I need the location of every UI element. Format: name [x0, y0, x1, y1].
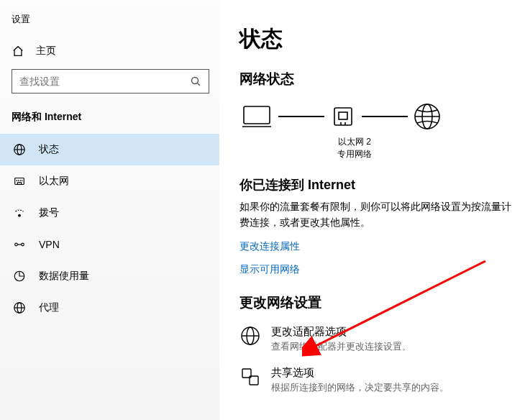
nav-item-proxy[interactable]: 代理	[0, 292, 219, 324]
nav-item-vpn[interactable]: VPN	[0, 229, 219, 260]
nav-item-data-usage[interactable]: 数据使用量	[0, 260, 219, 292]
vpn-icon	[13, 238, 26, 251]
dialup-icon	[13, 206, 26, 219]
sidebar: 设置 主页 网络和 Internet 状态 以	[0, 0, 219, 420]
search-input[interactable]	[19, 76, 190, 87]
svg-point-6	[15, 243, 18, 246]
svg-point-7	[22, 243, 24, 246]
svg-rect-4	[17, 183, 21, 185]
option-desc: 查看网络适配器并更改连接设置。	[271, 340, 411, 353]
diagram-label-1: 以太网 2	[239, 136, 470, 148]
nav-label: 以太网	[39, 175, 69, 188]
globe-icon	[412, 101, 442, 132]
connected-title: 你已连接到 Internet	[239, 176, 519, 193]
network-status-title: 网络状态	[239, 70, 519, 88]
sharing-icon	[239, 366, 261, 388]
ethernet-icon	[13, 175, 26, 188]
home-label: 主页	[36, 45, 56, 58]
section-title: 网络和 Internet	[0, 106, 219, 134]
change-settings-title: 更改网络设置	[239, 293, 519, 312]
diagram-label-2: 专用网络	[239, 148, 470, 160]
search-box[interactable]	[12, 69, 209, 93]
svg-point-5	[19, 214, 21, 216]
connected-desc: 如果你的流量套餐有限制，则你可以将此网络设置为按流量计费连接，或者更改其他属性。	[239, 199, 513, 230]
nav-label: 数据使用量	[39, 270, 89, 283]
adapter-icon	[239, 325, 261, 347]
nav-item-dialup[interactable]: 拨号	[0, 197, 219, 229]
svg-rect-11	[244, 106, 270, 124]
nav-label: 代理	[39, 301, 59, 314]
option-title: 更改适配器选项	[271, 325, 411, 339]
svg-rect-13	[339, 112, 347, 119]
nav-item-ethernet[interactable]: 以太网	[0, 165, 219, 197]
svg-point-0	[192, 78, 198, 84]
option-title: 共享选项	[271, 366, 449, 380]
search-icon	[190, 76, 201, 87]
diagram-labels: 以太网 2 专用网络	[239, 136, 470, 160]
main-content: 状态 网络状态 以太网 2 专用网络 你已连接到 Internet 如果你的流量…	[219, 0, 525, 420]
svg-rect-12	[334, 108, 352, 125]
nav-item-status[interactable]: 状态	[0, 134, 219, 165]
home-icon	[12, 45, 24, 58]
data-usage-icon	[13, 270, 26, 283]
nav-label: VPN	[39, 239, 60, 250]
status-icon	[13, 143, 26, 156]
proxy-icon	[13, 301, 26, 314]
nav-label: 拨号	[39, 206, 59, 219]
home-button[interactable]: 主页	[0, 37, 219, 65]
page-title: 状态	[239, 24, 519, 54]
ethernet-port-icon	[329, 102, 357, 131]
option-sharing[interactable]: 共享选项 根据所连接到的网络，决定要共享的内容。	[239, 366, 519, 394]
option-desc: 根据所连接到的网络，决定要共享的内容。	[271, 381, 449, 394]
link-show-networks[interactable]: 显示可用网络	[239, 263, 519, 276]
diagram-line	[278, 116, 324, 117]
svg-rect-3	[15, 178, 24, 185]
option-adapter[interactable]: 更改适配器选项 查看网络适配器并更改连接设置。	[239, 325, 519, 353]
link-change-connection[interactable]: 更改连接属性	[239, 240, 519, 253]
computer-icon	[239, 102, 274, 131]
diagram-line	[362, 116, 408, 117]
nav-label: 状态	[39, 143, 59, 156]
network-diagram	[239, 101, 519, 132]
app-title: 设置	[0, 7, 219, 37]
